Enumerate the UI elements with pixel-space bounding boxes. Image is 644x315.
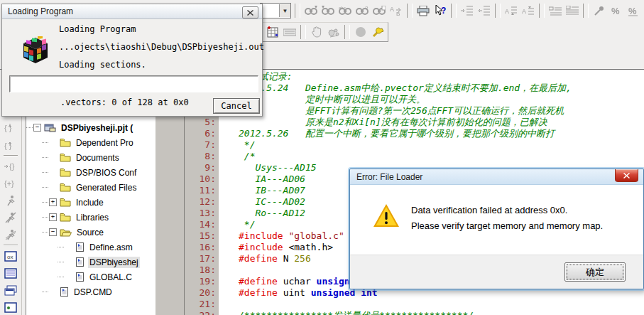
code-line: 8: /* [155, 151, 644, 162]
code-text: 原来是n2和Xi[n]没有在每次计算前初始化的问题，已解决 [239, 117, 547, 128]
tree-root-project[interactable]: −DSPbiyesheji.pjt ( [26, 120, 155, 135]
folder-icon [60, 228, 72, 237]
code-text: IC---AD02 [239, 196, 305, 208]
folder-icon [60, 198, 71, 207]
error-dialog-titlebar[interactable]: Error: File Loader [350, 169, 643, 185]
loading-dialog-titlebar[interactable]: Loading Program [2, 4, 262, 19]
line-number: 6: [185, 128, 216, 139]
replace-icon[interactable]: AB [388, 3, 405, 18]
tree-item-dspbiyeshej[interactable]: DSPbiyeshej [26, 255, 155, 269]
view-more-icon[interactable] [2, 299, 19, 315]
ok-button[interactable]: 确定 [564, 262, 626, 282]
source-file-icon [60, 287, 69, 297]
step-out-icon[interactable]: { } [2, 137, 19, 154]
line-number: 13: [185, 208, 216, 219]
step-into-icon[interactable]: { } [2, 119, 19, 137]
tree-item-label: GLOBAL.C [88, 272, 133, 283]
close-icon[interactable] [615, 169, 638, 182]
collapse-icon[interactable]: − [33, 124, 41, 132]
line-number: 17: [185, 253, 216, 265]
line-number: 20: [185, 287, 216, 299]
loading-dialog-title: Loading Program [8, 6, 73, 16]
probe-percent-2-icon[interactable]: % [625, 3, 642, 18]
line-number: 14: [185, 219, 216, 230]
tree-item-source[interactable]: −Source [26, 225, 155, 240]
chevron-down-icon[interactable]: ▼ [279, 4, 290, 17]
source-file-icon [75, 257, 84, 267]
indent-icon[interactable] [459, 3, 476, 18]
code-text: Usys---AD15 [239, 162, 317, 173]
run-to-icon[interactable]: {} [2, 158, 19, 175]
tree-item-libraries[interactable]: +Libraries [26, 210, 155, 225]
expand-icon[interactable]: + [49, 198, 57, 206]
hand-icon[interactable] [308, 24, 325, 40]
view-list-icon[interactable] [2, 265, 19, 282]
probe-percent-icon[interactable]: % [608, 3, 625, 18]
error-file-loader-dialog: Error: File Loader Data verification fai… [349, 169, 644, 289]
step-plus-icon[interactable]: {+} [2, 175, 19, 192]
print-icon[interactable] [415, 3, 432, 18]
tree-item-label: Include [75, 197, 105, 208]
folder-icon [60, 168, 71, 177]
error-message-line1: Data verification failed at address 0x0. [411, 205, 567, 215]
run-halt-icon[interactable] [2, 209, 19, 226]
search-combo[interactable]: ▼ [260, 3, 291, 18]
tree-item-label: Dependent Pro [75, 137, 135, 149]
svg-text:A: A [390, 6, 394, 13]
svg-text:{ }: { } [4, 124, 12, 132]
run-anim-icon[interactable] [2, 226, 19, 243]
svg-text:B: B [396, 11, 400, 16]
tree-item-dsp-bios-conf[interactable]: DSP/BIOS Conf [26, 165, 155, 180]
keyboard-icon[interactable] [281, 24, 298, 40]
line-number: 8: [185, 151, 216, 162]
watch-window-icon[interactable]: ox [2, 247, 19, 265]
find-word-icon[interactable]: abc [337, 3, 354, 18]
outline-expand-icon[interactable] [564, 3, 581, 18]
toolbar-row-debug [262, 22, 388, 42]
find-next-icon[interactable] [302, 3, 320, 18]
run-free-icon[interactable] [2, 192, 19, 209]
find-help-icon[interactable]: ? [354, 3, 371, 18]
tree-item-label: DSP/BIOS Conf [75, 167, 138, 178]
code-text: /* [239, 151, 255, 162]
app-window: ▼ abc?AB?AA%% { }{ }{}{+}ox −DSPbiyeshej… [0, 0, 644, 315]
cancel-button[interactable]: Cancel [213, 98, 260, 114]
svg-text:%: % [611, 6, 620, 16]
tree-item-global-c[interactable]: GLOBAL.C [26, 269, 155, 284]
close-icon[interactable] [242, 6, 258, 18]
outdent-icon[interactable] [476, 3, 493, 18]
line-number: 19: [185, 276, 216, 287]
loading-file-path: ...ojects\tiaoshi\Debug\DSPbiyesheji.out [59, 42, 264, 52]
collapse-icon[interactable]: − [49, 228, 57, 236]
context-help-icon[interactable]: ? [432, 3, 449, 18]
tree-item-documents[interactable]: Documents [26, 150, 155, 165]
bookmark-next-icon[interactable]: A [503, 3, 520, 18]
memory-map-icon[interactable] [264, 24, 281, 40]
find-files-icon[interactable] [371, 3, 388, 18]
outline-collapse-icon[interactable] [547, 3, 564, 18]
line-number: 18: [185, 265, 216, 276]
tree-item-include[interactable]: +Include [26, 195, 155, 210]
code-line: 21: [155, 299, 644, 310]
find-prev-icon[interactable] [320, 3, 337, 18]
tree-item-label: Define.asm [88, 242, 134, 253]
pin-probe-icon[interactable] [591, 3, 608, 18]
line-number: 9: [185, 162, 216, 173]
tree-item-generated-files[interactable]: Generated Files [26, 180, 155, 195]
paw-icon[interactable] [325, 24, 342, 40]
tree-item-dsp-cmd[interactable]: DSP.CMD [26, 284, 155, 299]
wrench-icon[interactable] [369, 24, 386, 40]
error-dialog-title: Error: File Loader [356, 172, 422, 182]
svg-text:?: ? [365, 6, 369, 11]
tree-item-define-asm[interactable]: Define.asm [26, 240, 155, 255]
halt-icon[interactable] [352, 24, 369, 40]
view-cascade-icon[interactable] [2, 282, 19, 299]
code-text: 定时中断可以进且可以开关。 [239, 94, 425, 105]
bookmark-prev-icon[interactable]: A [520, 3, 537, 18]
tree-item-dependent-pro[interactable]: Dependent Pro [26, 135, 155, 150]
expand-icon[interactable]: + [49, 213, 57, 221]
project-icon [44, 123, 56, 132]
line-number: 10: [185, 173, 216, 185]
folder-icon [60, 183, 71, 192]
folder-icon [60, 138, 71, 147]
